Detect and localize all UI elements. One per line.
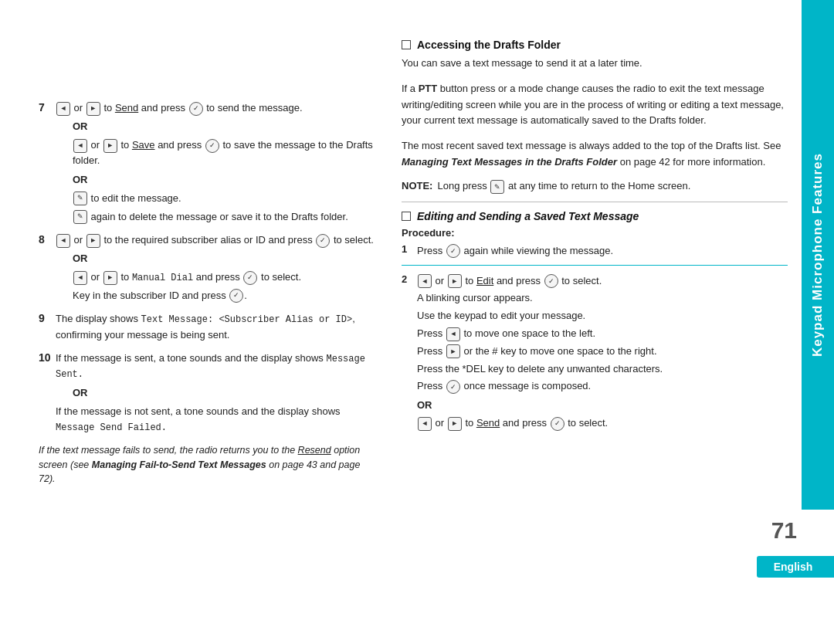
step-divider bbox=[402, 265, 788, 266]
or-label-7b: OR bbox=[73, 172, 378, 188]
left-column: 7 ◄ or ► to Send and press ✓ to send the… bbox=[39, 23, 378, 621]
step-9: 9 The display shows Text Message: <Subsc… bbox=[39, 311, 378, 343]
section-separator bbox=[402, 202, 788, 202]
note-line: NOTE: Long press ✎ at any time to return… bbox=[402, 180, 788, 194]
step-7: 7 ◄ or ► to Send and press ✓ to send the… bbox=[39, 100, 378, 225]
section1-body1: You can save a text message to send it a… bbox=[402, 56, 788, 72]
section-box-icon-2 bbox=[402, 212, 411, 221]
arrow-right-icon-2: ► bbox=[103, 139, 117, 153]
sidebar-title: Keypad Microphone Features bbox=[802, 0, 834, 510]
ok-circle-icon-3: ✓ bbox=[316, 234, 330, 248]
ok-circle-icon-4: ✓ bbox=[243, 271, 257, 285]
arrow-right-icon-r3: ► bbox=[446, 344, 460, 358]
arrow-left-icon-r3: ◄ bbox=[446, 327, 460, 341]
ok-circle-icon-2: ✓ bbox=[205, 139, 219, 153]
ok-circle-icon-5: ✓ bbox=[229, 289, 243, 303]
arrow-left-icon: ◄ bbox=[56, 102, 70, 116]
italic-note: If the text message fails to send, the r… bbox=[39, 443, 378, 486]
step-10: 10 If the message is sent, a tone sounds… bbox=[39, 351, 378, 436]
section1-body2: If a PTT button press or a mode change c… bbox=[402, 81, 788, 129]
right-column: Accessing the Drafts Folder You can save… bbox=[402, 23, 788, 621]
content-area: 7 ◄ or ► to Send and press ✓ to send the… bbox=[39, 23, 788, 621]
arrow-left-icon-4: ◄ bbox=[73, 271, 87, 285]
edit-icon-note: ✎ bbox=[490, 180, 504, 194]
arrow-right-icon-3: ► bbox=[86, 234, 100, 248]
section1-body3: The most recent saved text message is al… bbox=[402, 138, 788, 171]
arrow-right-icon-r2: ► bbox=[448, 274, 462, 288]
edit-icon-2: ✎ bbox=[73, 210, 87, 224]
ok-circle-icon-r1: ✓ bbox=[446, 244, 460, 258]
arrow-left-icon-2: ◄ bbox=[73, 139, 87, 153]
ok-circle-icon-r2: ✓ bbox=[544, 274, 558, 288]
edit-icon: ✎ bbox=[73, 192, 87, 205]
right-step-1: 1 Press ✓ again while viewing the messag… bbox=[402, 243, 788, 259]
or-label-7a: OR bbox=[73, 119, 378, 134]
arrow-left-icon-r4: ◄ bbox=[418, 417, 432, 431]
section2-header: Editing and Sending a Saved Text Message bbox=[402, 210, 788, 222]
procedure-label: Procedure: bbox=[402, 227, 788, 239]
arrow-right-icon-4: ► bbox=[103, 271, 117, 285]
or-label-8: OR bbox=[73, 251, 378, 266]
section1-header: Accessing the Drafts Folder bbox=[402, 39, 788, 51]
right-step-2: 2 ◄ or ► to Edit and press ✓ to select. … bbox=[402, 273, 788, 433]
ok-circle-icon-r3: ✓ bbox=[446, 380, 460, 394]
arrow-left-icon-r2: ◄ bbox=[418, 274, 432, 288]
or-label-10: OR bbox=[73, 385, 378, 401]
step-8: 8 ◄ or ► to the required subscriber alia… bbox=[39, 232, 378, 303]
ok-circle-icon: ✓ bbox=[189, 102, 203, 116]
arrow-right-icon: ► bbox=[86, 102, 100, 116]
ok-circle-icon-r4: ✓ bbox=[551, 417, 564, 431]
section-box-icon bbox=[402, 40, 411, 49]
arrow-right-icon-r4: ► bbox=[448, 417, 462, 431]
page-container: Keypad Microphone Features 71 English 7 … bbox=[0, 0, 834, 644]
arrow-left-icon-3: ◄ bbox=[56, 234, 70, 248]
